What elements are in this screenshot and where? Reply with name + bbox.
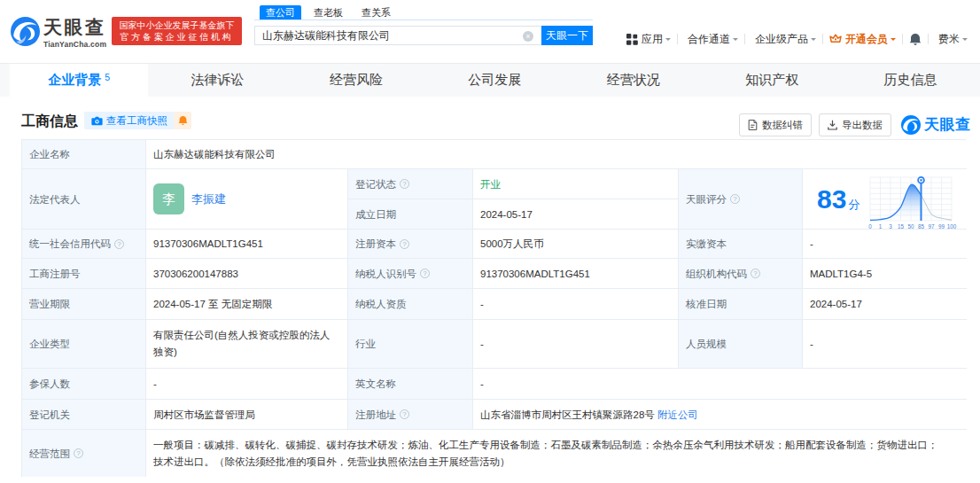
tab-count-badge: 5 [105, 72, 110, 82]
menu-item-apps[interactable]: 应用 [626, 32, 671, 47]
field-label-insured-staff: 参保人数 [22, 369, 146, 400]
menu-item-notifications[interactable] [909, 33, 922, 46]
bell-icon [909, 33, 922, 46]
field-label-registered-capital: 注册资本? [348, 230, 473, 259]
watermark-logo: 天眼查 [901, 114, 971, 135]
search-input[interactable] [255, 27, 541, 45]
tab-legal-proceedings[interactable]: 法律诉讼 [148, 64, 286, 97]
help-icon[interactable]: ? [420, 269, 430, 278]
correction-button-label: 数据纠错 [762, 119, 803, 132]
help-icon[interactable]: ? [114, 239, 124, 249]
menu-apps-label: 应用 [642, 32, 663, 47]
company-nav-tabs: 企业背景5 法律诉讼 经营风险 公司发展 经营状况 知识产权 历史信息 [0, 63, 980, 97]
legal-representative-avatar[interactable]: 李 [153, 183, 184, 214]
field-value-registered-address: 山东省淄博市周村区王村镇聚源路28号 附近公司 [473, 400, 967, 430]
field-label-registered-address: 注册地址? [348, 400, 473, 430]
field-value-company-name: 山东赫达碳能科技有限公司 [146, 140, 967, 169]
watermark-brand-text: 天眼查 [924, 114, 971, 135]
field-value-registration-status: 开业 [473, 169, 679, 199]
search-button[interactable]: 天眼一下 [541, 26, 593, 45]
search-tab-relation[interactable]: 查关系 [355, 5, 397, 19]
help-icon[interactable]: ? [74, 448, 83, 458]
tab-intellectual-property[interactable]: 知识产权 [703, 64, 841, 97]
search-tab-company[interactable]: 查公司 [260, 5, 301, 19]
tab-company-development[interactable]: 公司发展 [425, 64, 564, 97]
svg-text:0: 0 [869, 222, 873, 229]
help-icon[interactable]: ? [751, 269, 760, 278]
site-header: 天眼查 TianYanCha.com 国家中小企业发展子基金旗下 官方备案企业征… [0, 0, 980, 63]
export-data-button[interactable]: 导出数据 [819, 113, 891, 136]
view-business-snapshot-button[interactable]: 查看工商快照 [84, 112, 175, 129]
chevron-down-icon [811, 38, 816, 43]
chevron-down-icon [962, 38, 968, 43]
menu-item-vip[interactable]: 开通会员 [829, 32, 896, 47]
tab-label: 企业背景 [48, 72, 101, 89]
tab-operating-status[interactable]: 经营状况 [564, 64, 703, 97]
business-info-table: 企业名称 山东赫达碳能科技有限公司 法定代表人 李 李振建 登记状态? 开业 成… [21, 139, 966, 477]
clear-search-icon[interactable]: × [523, 31, 533, 42]
field-label-company-type: 企业类型 [22, 320, 146, 369]
help-icon[interactable]: ? [400, 409, 409, 419]
menu-vip-label: 开通会员 [845, 32, 888, 47]
header-menu: 应用 合作通道 企业级产品 开通会员 [626, 27, 968, 51]
tab-operational-risk[interactable]: 经营风险 [287, 64, 425, 97]
menu-cooperation-label: 合作通道 [688, 32, 730, 47]
svg-text:99: 99 [938, 222, 945, 229]
field-value-english-name: - [473, 369, 967, 400]
chevron-down-icon [891, 38, 896, 43]
field-label-taxpayer-id: 纳税人识别号? [348, 259, 473, 289]
field-value-company-type: 有限责任公司(自然人投资或控股的法人独资) [146, 320, 348, 369]
camera-icon [91, 116, 103, 126]
snapshot-button-label: 查看工商快照 [106, 114, 167, 128]
tianyancha-swirl-icon [901, 115, 921, 135]
section-title: 工商信息 [21, 113, 78, 130]
nearby-companies-link[interactable]: 附近公司 [657, 408, 698, 422]
field-value-industry: - [473, 320, 679, 369]
search-tab-boss[interactable]: 查老板 [307, 5, 349, 19]
field-value-approval-date: 2024-05-17 [803, 289, 967, 320]
menu-item-cooperation[interactable]: 合作通道 [684, 32, 738, 47]
tab-history-info[interactable]: 历史信息 [841, 64, 979, 97]
field-value-registration-number: 370306200147883 [146, 259, 348, 289]
score-group: 83分 [817, 186, 859, 213]
field-label-taxpayer-quality: 纳税人资质 [348, 289, 473, 320]
search-row: × 天眼一下 [254, 26, 593, 45]
site-logo[interactable]: 天眼查 TianYanCha.com [11, 17, 106, 49]
search-tabs: 查公司 查老板 查关系 [254, 6, 593, 20]
field-label-staff-size: 人员规模 [679, 320, 803, 369]
help-icon[interactable]: ? [400, 179, 409, 189]
menu-divider [928, 34, 929, 44]
field-value-establish-date: 2024-05-17 [473, 199, 679, 230]
crown-icon [829, 34, 842, 44]
badge-line2: 官方备案企业征信机构 [112, 31, 242, 43]
logo-domain-text: TianYanCha.com [43, 40, 106, 49]
monitor-bell-button[interactable] [174, 112, 191, 129]
score-curve-chart: 0131550859799100 [867, 172, 955, 227]
menu-divider [902, 34, 903, 44]
help-icon[interactable]: ? [400, 239, 409, 249]
field-value-insured-staff: - [146, 369, 348, 400]
field-value-staff-size: - [803, 320, 967, 369]
menu-item-enterprise[interactable]: 企业级产品 [751, 32, 816, 47]
field-label-establish-date: 成立日期 [348, 199, 473, 230]
official-credit-badge: 国家中小企业发展子基金旗下 官方备案企业征信机构 [112, 17, 242, 45]
field-label-business-term: 营业期限 [22, 289, 146, 320]
tab-label: 公司发展 [468, 72, 521, 89]
chevron-down-icon [665, 38, 671, 43]
help-icon[interactable]: ? [730, 194, 740, 204]
search-area: 查公司 查老板 查关系 × 天眼一下 [254, 6, 593, 45]
menu-item-user[interactable]: 费米 [935, 32, 968, 47]
data-correction-button[interactable]: 数据纠错 [739, 113, 812, 136]
field-label-legal-representative: 法定代表人 [22, 169, 146, 230]
legal-representative-link[interactable]: 李振建 [191, 192, 226, 206]
tab-label: 经营风险 [330, 72, 383, 89]
tab-label: 经营状况 [607, 72, 660, 89]
bell-icon [178, 115, 188, 126]
field-label-paid-capital: 实缴资本 [679, 230, 803, 259]
field-value-business-term: 2024-05-17 至 无固定期限 [146, 289, 348, 320]
field-value-tianyan-score[interactable]: 83分 0131550859799100 [803, 169, 967, 230]
score-number: 83 [817, 186, 846, 213]
menu-divider [677, 34, 678, 44]
field-label-industry: 行业 [348, 320, 473, 369]
tab-company-background[interactable]: 企业背景5 [10, 64, 148, 97]
